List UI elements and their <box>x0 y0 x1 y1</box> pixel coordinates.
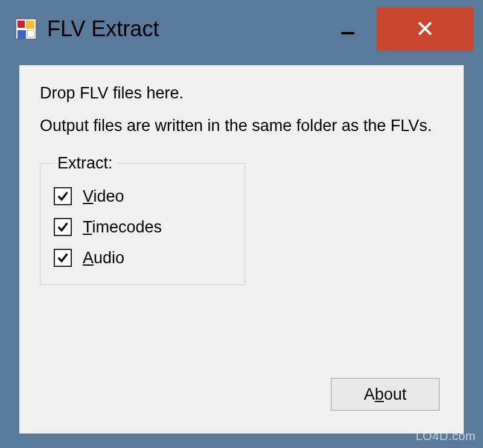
watermark: LO4D.com <box>415 429 476 443</box>
checkbox-timecodes[interactable] <box>54 218 72 236</box>
app-window: FLV Extract ✕ Drop FLV files here. Outpu… <box>10 7 473 440</box>
window-title: FLV Extract <box>47 16 159 42</box>
window-controls: ✕ <box>319 7 473 51</box>
close-icon: ✕ <box>415 18 435 40</box>
minimize-button[interactable] <box>319 7 377 51</box>
checkbox-row-audio[interactable]: Audio <box>54 243 231 274</box>
titlebar: FLV Extract ✕ <box>10 7 473 51</box>
checkbox-row-timecodes[interactable]: Timecodes <box>54 212 231 243</box>
titlebar-left[interactable]: FLV Extract <box>10 7 319 51</box>
extract-groupbox: Extract: Video Timecodes Audio <box>40 154 245 285</box>
close-button[interactable]: ✕ <box>377 7 473 51</box>
checkbox-label-timecodes: Timecodes <box>83 218 162 237</box>
check-icon <box>56 190 69 203</box>
checkbox-video[interactable] <box>54 187 72 205</box>
about-button[interactable]: About <box>331 378 440 411</box>
about-button-label: About <box>364 385 407 404</box>
drop-instruction: Drop FLV files here. <box>40 82 443 104</box>
minimize-icon <box>341 32 354 34</box>
checkbox-label-audio: Audio <box>83 249 124 267</box>
checkbox-audio[interactable] <box>54 249 72 267</box>
app-icon <box>16 19 36 39</box>
checkbox-row-video[interactable]: Video <box>54 181 231 212</box>
check-icon <box>56 220 69 234</box>
check-icon <box>56 251 69 264</box>
client-area[interactable]: Drop FLV files here. Output files are wr… <box>19 65 464 434</box>
output-instruction: Output files are written in the same fol… <box>40 115 443 136</box>
extract-legend: Extract: <box>54 154 117 173</box>
checkbox-label-video: Video <box>83 187 124 206</box>
